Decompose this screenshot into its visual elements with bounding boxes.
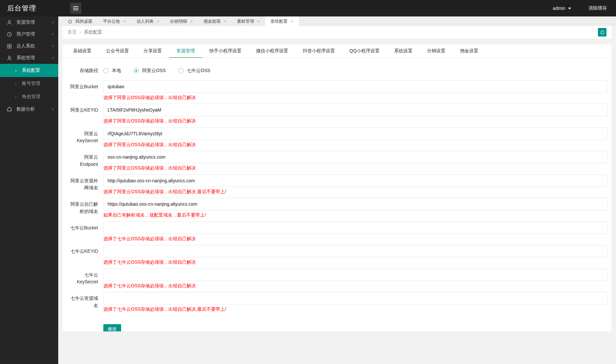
- arrow-right-icon: ›: [15, 94, 16, 99]
- radio-local[interactable]: 本地: [103, 68, 121, 74]
- field-label: 七牛云KEYID: [66, 245, 98, 265]
- field-hint: 选择了七牛云OSS存储必须填，出错自己解决,最后不要带上/: [103, 306, 607, 312]
- settings-tab-kuaishou-mini[interactable]: 快手小程序设置: [202, 44, 249, 58]
- refresh-icon: [600, 30, 605, 35]
- aliyun-keysecret-input[interactable]: [103, 127, 607, 140]
- sidebar-item-system-manage[interactable]: 系统管理 ›: [0, 52, 58, 64]
- qiniu-domain-input[interactable]: [103, 292, 607, 304]
- sidebar-item-label: 用户管理: [16, 31, 52, 37]
- settings-tab-resource[interactable]: 资源管理: [169, 44, 202, 58]
- aliyun-bucket-input[interactable]: [103, 80, 607, 93]
- sidebar-subitem-role-manage[interactable]: › 角色管理: [0, 90, 58, 103]
- arrow-right-icon: ›: [15, 68, 16, 73]
- user-icon: [7, 20, 12, 25]
- radio-icon: [134, 68, 139, 73]
- tab-my-desktop[interactable]: 我的桌面: [63, 16, 98, 26]
- resource-settings-form: 存储路径 本地 阿里云OSS 七牛云OSS: [63, 58, 611, 331]
- radio-label: 本地: [112, 68, 121, 74]
- close-icon[interactable]: ×: [291, 19, 294, 24]
- settings-tab-distribution[interactable]: 分销设置: [420, 44, 453, 58]
- breadcrumb-home[interactable]: 首页: [67, 29, 77, 35]
- sidebar-item-talent-system[interactable]: 达人系统 ‹: [0, 40, 58, 52]
- settings-tab-basic[interactable]: 基础设置: [66, 44, 99, 58]
- field-hint: 选择了阿里云OSS存储必须填，出错自己解决: [103, 165, 607, 171]
- tab-label: 平台公告: [103, 18, 120, 24]
- sidebar-subitem-label: 角色管理: [22, 94, 40, 100]
- submit-button[interactable]: 修改: [103, 324, 121, 331]
- settings-tab-wechat-mini[interactable]: 微信小程序设置: [249, 44, 295, 58]
- user-gear-icon: [7, 55, 12, 61]
- close-icon[interactable]: ×: [123, 19, 126, 24]
- radio-label: 阿里云OSS: [142, 68, 166, 74]
- field-label: 七牛云KeySecret: [66, 269, 98, 289]
- settings-tab-share[interactable]: 分享设置: [136, 44, 169, 58]
- arrow-right-icon: ›: [15, 81, 16, 86]
- field-hint: 选择了阿里云OSS存储必须填，出错自己解决,最后不要带上/: [103, 189, 607, 195]
- sidebar-item-label: 资源管理: [16, 19, 52, 25]
- close-icon[interactable]: ×: [223, 19, 226, 24]
- settings-tab-qq-mini[interactable]: QQ小程序设置: [342, 44, 387, 58]
- tab-platform-notice[interactable]: 平台公告 ×: [98, 16, 131, 26]
- tab-label: 素材管理: [237, 18, 254, 24]
- field-hint: 选择了七牛云OSS存储必须填，出错自己解决: [103, 283, 607, 289]
- refresh-button[interactable]: [598, 28, 606, 37]
- chevron-down-icon: ›: [50, 57, 55, 59]
- sidebar-item-data-analysis[interactable]: 数据分析 ‹: [0, 103, 58, 115]
- tab-talent-list[interactable]: 达人列表 ×: [131, 16, 165, 26]
- aliyun-endpoint-input[interactable]: [103, 151, 607, 163]
- field-label: 阿里云自己解析的域名: [66, 198, 98, 218]
- aliyun-external-domain-input[interactable]: [103, 174, 607, 187]
- radio-icon: [178, 68, 184, 73]
- field-row-aliyun-keyid: 阿里云KEYID 选择了阿里云OSS存储必须填，出错自己解决: [63, 104, 611, 124]
- top-header: 后台管理 admin 清除缓存: [0, 0, 616, 16]
- sidebar-item-user-manage[interactable]: 用户管理 ‹: [0, 28, 58, 40]
- aliyun-keyid-input[interactable]: [103, 104, 607, 116]
- user-menu[interactable]: admin: [553, 6, 571, 11]
- storage-radio-group: 本地 阿里云OSS 七牛云OSS: [103, 66, 210, 74]
- field-row-aliyun-endpoint: 阿里云Endpoint 选择了阿里云OSS存储必须填，出错自己解决: [63, 151, 611, 171]
- radio-label: 七牛云OSS: [187, 68, 211, 74]
- field-row-aliyun-bucket: 阿里云Bucket 选择了阿里云OSS存储必须填，出错自己解决: [63, 80, 611, 101]
- field-hint: 如果自己有解析域名，就配置域名，最后不要带上/: [103, 212, 607, 218]
- sidebar-subitem-account-manage[interactable]: › 账号管理: [0, 77, 58, 90]
- tab-material-manage[interactable]: 素材管理 ×: [232, 16, 265, 26]
- tab-commission-withdraw[interactable]: 佣金提现 ×: [198, 16, 232, 26]
- field-row-aliyun-custom-domain: 阿里云自己解析的域名 如果自己有解析域名，就配置域名，最后不要带上/: [63, 198, 611, 218]
- settings-tab-commission[interactable]: 佣金设置: [453, 44, 486, 58]
- close-icon[interactable]: ×: [257, 19, 260, 24]
- close-icon[interactable]: ×: [190, 19, 193, 24]
- radio-qiniu-oss[interactable]: 七牛云OSS: [178, 68, 211, 74]
- sidebar: 资源管理 ‹ 用户管理 ‹ 达人系统 ‹ 系统管理 › › 系: [0, 16, 58, 364]
- tab-distribution-detail[interactable]: 分销明细 ×: [165, 16, 198, 26]
- breadcrumb-separator: /: [80, 30, 81, 35]
- settings-tab-douyin-mini[interactable]: 抖音小程序设置: [295, 44, 342, 58]
- radio-aliyun-oss[interactable]: 阿里云OSS: [134, 68, 166, 74]
- settings-tab-official-account[interactable]: 公众号设置: [99, 44, 136, 58]
- app-title: 后台管理: [0, 4, 58, 13]
- settings-tabs: 基础设置 公众号设置 分享设置 资源管理 快手小程序设置 微信小程序设置 抖音小…: [63, 44, 611, 58]
- field-row-qiniu-domain: 七牛云资源域名 选择了七牛云OSS存储必须填，出错自己解决,最后不要带上/: [63, 292, 611, 312]
- chevron-left-icon: ‹: [52, 107, 54, 112]
- aliyun-custom-domain-input[interactable]: [103, 198, 607, 210]
- tab-label: 分销明细: [170, 18, 187, 24]
- qiniu-keysecret-input[interactable]: [103, 269, 607, 281]
- breadcrumb-current: 系统配置: [84, 29, 102, 35]
- clear-cache-button[interactable]: 清除缓存: [588, 5, 607, 11]
- close-icon[interactable]: ×: [157, 19, 160, 24]
- field-hint: 选择了阿里云OSS存储必须填，出错自己解决: [103, 142, 607, 148]
- sidebar-item-resource-manage[interactable]: 资源管理 ‹: [0, 16, 58, 28]
- storage-path-label: 存储路径: [66, 66, 98, 74]
- field-hint: 选择了七牛云OSS存储必须填，出错自己解决: [103, 236, 607, 242]
- sidebar-collapse-button[interactable]: [70, 3, 81, 14]
- field-hint: 选择了阿里云OSS存储必须填，出错自己解决: [103, 118, 607, 124]
- sidebar-subitem-label: 系统配置: [22, 67, 40, 73]
- qiniu-keyid-input[interactable]: [103, 245, 607, 257]
- settings-tab-system[interactable]: 系统设置: [387, 44, 420, 58]
- sidebar-item-label: 数据分析: [16, 106, 52, 112]
- tab-system-config[interactable]: 系统配置 ×: [265, 16, 299, 26]
- username: admin: [553, 6, 565, 11]
- field-label: 阿里云Endpoint: [66, 151, 98, 171]
- qiniu-bucket-input[interactable]: [103, 221, 607, 234]
- hamburger-icon: [73, 6, 78, 10]
- sidebar-subitem-system-config[interactable]: › 系统配置: [0, 64, 58, 77]
